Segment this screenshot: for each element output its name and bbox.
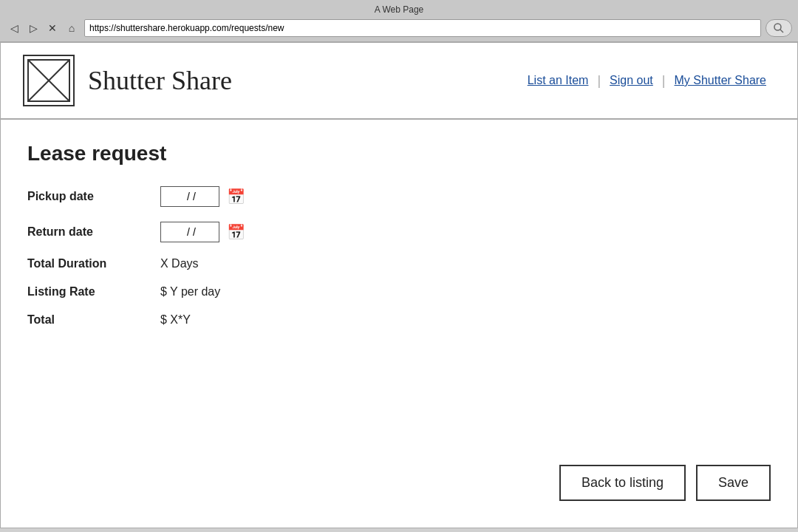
pickup-date-input[interactable] xyxy=(160,186,219,207)
pickup-date-field: 📅 xyxy=(160,186,771,207)
forward-button[interactable]: ▷ xyxy=(25,20,41,36)
site-header: Shutter Share List an Item | Sign out | … xyxy=(1,43,797,120)
return-calendar-icon[interactable]: 📅 xyxy=(225,222,246,242)
browser-toolbar: ◁ ▷ ✕ ⌂ xyxy=(6,19,792,37)
total-duration-label: Total Duration xyxy=(27,257,160,270)
svg-point-0 xyxy=(774,24,781,30)
back-to-listing-button[interactable]: Back to listing xyxy=(559,465,686,501)
total-label: Total xyxy=(27,313,160,327)
return-date-input[interactable] xyxy=(160,222,219,242)
search-button[interactable] xyxy=(765,19,792,37)
logo-area: Shutter Share xyxy=(23,55,519,106)
my-shutter-share-link[interactable]: My Shutter Share xyxy=(666,74,776,87)
browser-title: A Web Page xyxy=(6,4,792,15)
close-button[interactable]: ✕ xyxy=(44,20,61,36)
list-an-item-link[interactable]: List an Item xyxy=(519,74,598,87)
svg-line-1 xyxy=(780,30,783,33)
total-duration-value: X Days xyxy=(160,257,771,270)
return-date-field: 📅 xyxy=(160,222,771,242)
listing-rate-label: Listing Rate xyxy=(27,285,160,299)
header-nav: List an Item | Sign out | My Shutter Sha… xyxy=(519,73,775,89)
logo-icon xyxy=(27,58,71,103)
listing-rate-value: $ Y per day xyxy=(160,285,771,299)
main-content: Lease request Pickup date 📅 Return date … xyxy=(1,120,797,356)
page-title: Lease request xyxy=(27,142,771,166)
browser-chrome: A Web Page ◁ ▷ ✕ ⌂ xyxy=(0,0,798,42)
logo-box xyxy=(23,55,75,106)
address-bar[interactable] xyxy=(84,19,761,37)
back-button[interactable]: ◁ xyxy=(6,20,22,36)
search-icon xyxy=(773,22,785,34)
total-value: $ X*Y xyxy=(160,313,771,327)
sign-out-link[interactable]: Sign out xyxy=(601,74,662,87)
page-container: Shutter Share List an Item | Sign out | … xyxy=(0,42,798,528)
nav-buttons: ◁ ▷ ✕ ⌂ xyxy=(6,20,80,36)
home-button[interactable]: ⌂ xyxy=(64,20,80,36)
bottom-actions: Back to listing Save xyxy=(533,465,797,501)
pickup-calendar-icon[interactable]: 📅 xyxy=(225,186,246,207)
site-title: Shutter Share xyxy=(88,65,232,96)
save-button[interactable]: Save xyxy=(696,465,771,501)
pickup-date-label: Pickup date xyxy=(27,190,160,203)
lease-form: Pickup date 📅 Return date 📅 Total Durati… xyxy=(27,186,771,327)
return-date-label: Return date xyxy=(27,225,160,239)
